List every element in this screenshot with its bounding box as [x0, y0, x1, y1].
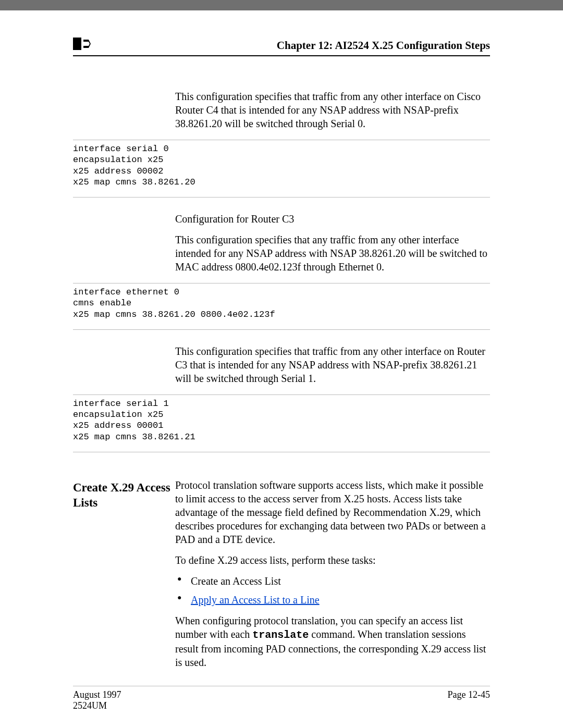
paragraph: Configuration for Router C3: [175, 212, 490, 226]
paragraph: Protocol translation software supports a…: [175, 478, 490, 546]
code-block: interface serial 1 encapsulation x25 x25…: [73, 398, 490, 442]
code-block: interface ethernet 0 cmns enable x25 map…: [73, 287, 490, 320]
logo-icon: [73, 38, 91, 52]
page-footer: August 1997 2524UM Page 12-45: [73, 686, 490, 711]
code-block: interface serial 0 encapsulation x25 x25…: [73, 143, 490, 188]
divider: [73, 329, 490, 330]
divider: [73, 452, 490, 452]
footer-date: August 1997: [73, 689, 121, 700]
list-item: Create an Access List: [175, 574, 490, 588]
inline-code: translate: [252, 629, 309, 641]
footer-docid: 2524UM: [73, 700, 121, 711]
chapter-title: Chapter 12: AI2524 X.25 Configuration St…: [277, 39, 490, 52]
page: Chapter 12: AI2524 X.25 Configuration St…: [0, 10, 563, 728]
paragraph: To define X.29 access lists, perform the…: [175, 553, 490, 567]
divider: [73, 394, 490, 395]
svg-rect-0: [73, 38, 81, 50]
paragraph: This configuration specifies that traffi…: [175, 344, 490, 385]
divider: [73, 197, 490, 198]
paragraph: This configuration specifies that traffi…: [175, 90, 490, 130]
paragraph: When configuring protocol translation, y…: [175, 614, 490, 669]
page-header: Chapter 12: AI2524 X.25 Configuration St…: [73, 38, 490, 56]
list-item: Apply an Access List to a Line: [175, 593, 490, 607]
footer-page-number: Page 12-45: [448, 689, 490, 711]
list-item-label: Create an Access List: [191, 575, 281, 587]
section-create-x29: Create X.29 Access Lists Protocol transl…: [73, 478, 490, 676]
footer-left: August 1997 2524UM: [73, 689, 121, 711]
section-heading: Create X.29 Access Lists: [73, 480, 175, 511]
svg-marker-1: [89, 40, 91, 48]
link-apply-access-list[interactable]: Apply an Access List to a Line: [191, 594, 320, 606]
divider: [73, 283, 490, 283]
divider: [73, 140, 490, 140]
paragraph: This configuration specifies that any tr…: [175, 233, 490, 274]
task-list: Create an Access List Apply an Access Li…: [175, 574, 490, 607]
